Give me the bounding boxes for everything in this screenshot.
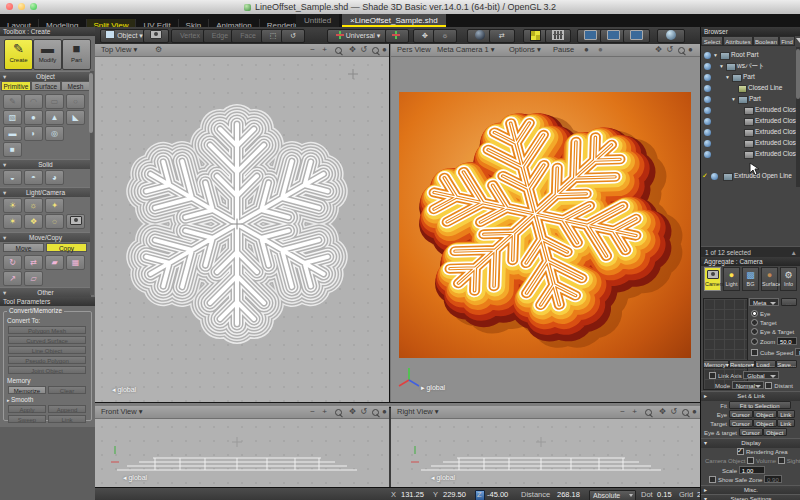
cube-speed-checkbox[interactable] (751, 349, 758, 356)
section-other[interactable]: ▾Other (0, 287, 91, 297)
safe-zone-row[interactable]: Show Safe Zone 0.90 (709, 475, 782, 485)
front-view-label[interactable]: Front View ▾ (101, 406, 143, 418)
right-view-global-label[interactable]: ◂ global (431, 474, 455, 482)
magnifier-icon[interactable] (645, 409, 652, 416)
link-axis-checkbox[interactable] (709, 372, 716, 379)
restore-button[interactable]: Restore▾ (729, 360, 755, 368)
render-preview-button[interactable] (657, 29, 685, 43)
meta-info-button[interactable]: … (781, 298, 797, 306)
magnifier-icon[interactable] (335, 409, 342, 416)
fit-to-selection-button[interactable]: Fit to Selection (729, 401, 791, 409)
rotate-view-icon[interactable]: ↺ (664, 45, 675, 55)
camera-view-icon[interactable]: ● (379, 45, 389, 55)
tab-primitive[interactable]: Primitive (1, 81, 31, 91)
browser-scrollbar[interactable] (796, 47, 800, 187)
magnifier-icon[interactable] (678, 47, 685, 54)
section-object[interactable]: ▾Object (0, 71, 91, 81)
sun-light-icon[interactable]: ☀ (3, 198, 22, 213)
eye-radio-row[interactable]: Eye (751, 310, 770, 319)
sight-checkbox[interactable] (778, 457, 785, 464)
rotate-view-icon[interactable]: ↺ (358, 45, 369, 55)
save-button[interactable]: Save... (776, 360, 797, 368)
toolbox-scrollbar[interactable] (90, 71, 94, 295)
pan-icon[interactable]: ✥ (657, 407, 668, 417)
zoom-in-icon[interactable]: + (319, 407, 330, 417)
camera-select-dropdown[interactable]: Meta Camera 1 ▾ (437, 44, 495, 56)
browser-scrollbar-thumb[interactable] (796, 49, 800, 99)
clear-button[interactable]: Clear (48, 386, 86, 394)
sphere-icon[interactable]: ● (24, 110, 43, 125)
viewport-top[interactable]: Top View ▾ ⚙ − + ✥ ↺ ● ◂ global (95, 44, 389, 402)
camera-view-icon[interactable]: ● (685, 45, 696, 55)
render-flag-sphere-icon[interactable] (704, 129, 711, 136)
camera-create-icon[interactable] (66, 214, 85, 229)
shear-copy-icon[interactable]: ↗ (3, 271, 22, 286)
tree-row-root-part[interactable]: ▼ Root Part (701, 50, 795, 60)
display-mode-3-button[interactable] (623, 29, 650, 43)
section-display[interactable]: ▾Display (701, 438, 800, 448)
convert-joint-object-button[interactable]: Joint Object (8, 366, 86, 374)
pan-icon[interactable]: ✥ (347, 407, 358, 417)
eye-target-radio-row[interactable]: Eye & Target (751, 328, 794, 337)
tree-row-extruded-closed-5[interactable]: Extruded Closed (701, 149, 795, 159)
smooth-sweep-button[interactable]: Sweep (8, 415, 46, 423)
magnifier-icon[interactable] (682, 409, 689, 416)
target-radio-row[interactable]: Target (751, 319, 777, 328)
tree-row-extruded-closed-4[interactable]: Extruded Closed (701, 138, 795, 148)
front-view-global-label[interactable]: ◂ global (123, 474, 147, 482)
filter-funnel-icon[interactable] (796, 38, 800, 43)
surface-tab[interactable]: ●Surface (761, 267, 778, 291)
paste-copy-icon[interactable]: ▱ (24, 271, 43, 286)
zoom-out-icon[interactable]: − (307, 407, 318, 417)
eye-object-button[interactable]: Object (753, 410, 777, 418)
directional-light-icon[interactable]: ✦ (45, 198, 64, 213)
circle-tool-icon[interactable]: ○ (66, 94, 85, 109)
browser-tab-attributes[interactable]: Attributes (723, 36, 753, 46)
link-axis-row[interactable]: Link Axis Global (709, 371, 779, 381)
browser-tab-boolean[interactable]: Boolean (753, 36, 779, 46)
pause-button[interactable]: Pause (553, 44, 574, 56)
rotate-view-icon[interactable]: ↺ (358, 407, 369, 417)
zoom-in-icon[interactable]: + (629, 407, 640, 417)
browser-tab-select[interactable]: Select (701, 36, 723, 46)
zoom-out-icon[interactable]: − (307, 45, 318, 55)
box-icon[interactable]: ▬ (3, 126, 22, 141)
copy-button[interactable]: Copy (46, 243, 87, 252)
light-tab[interactable]: ●Light (723, 267, 740, 291)
smooth-append-button[interactable]: Append (48, 405, 86, 413)
render-dot-icon[interactable]: ● (581, 45, 592, 55)
gear-icon[interactable]: ⚙ (153, 45, 164, 55)
magnifier-icon[interactable] (372, 47, 379, 54)
rendering-area-checkbox[interactable] (737, 448, 744, 455)
arc-tool-icon[interactable]: ◠ (24, 94, 43, 109)
viewport-pers[interactable]: Pers View Meta Camera 1 ▾ Options ▾ Paus… (391, 44, 700, 402)
render-flag-sphere-icon[interactable] (704, 85, 711, 92)
zoom-out-icon[interactable]: − (617, 407, 628, 417)
section-move-copy[interactable]: ▾Move/Copy (0, 232, 91, 242)
camera-tab[interactable]: Camera (704, 267, 721, 291)
browser-tab-find[interactable]: Find (779, 36, 795, 46)
torus-icon[interactable]: ◎ (45, 126, 64, 141)
scale-copy-icon[interactable]: ▰ (45, 255, 64, 270)
eye-link-button[interactable]: Link (777, 410, 795, 418)
universal-manipulator-button[interactable]: Universal ▾ (327, 29, 389, 43)
tree-row-extruded-closed-1[interactable]: Extruded Closed (701, 105, 795, 115)
cube-speed-dropdown[interactable]: Fast (795, 348, 800, 356)
doc-tab-active[interactable]: ×LineOffset_Sample.shd (342, 14, 446, 27)
spot-light-icon[interactable]: ☼ (24, 198, 43, 213)
convert-pseudo-polygon-button[interactable]: Pseudo Polygon (8, 356, 86, 364)
camera-mode-button[interactable] (143, 29, 169, 43)
tab-mesh[interactable]: Mesh (61, 81, 90, 91)
tree-row-closed-line[interactable]: Closed Line (701, 83, 795, 93)
expander-icon[interactable]: ▼ (725, 72, 730, 82)
wedge-icon[interactable]: ◣ (66, 110, 85, 125)
section-light-camera[interactable]: ▾Light/Camera (0, 187, 91, 197)
info-tab[interactable]: ⚙Info (780, 267, 797, 291)
pan-icon[interactable]: ✥ (347, 45, 358, 55)
eye-target-object-button[interactable]: Object (763, 428, 787, 436)
smooth-link-button[interactable]: Link (48, 415, 86, 423)
mode-dropdown[interactable]: Normal (732, 381, 764, 389)
grid-toggle-button[interactable] (545, 29, 571, 43)
render-flag-sphere-icon[interactable] (704, 74, 711, 81)
magnifier-icon[interactable] (372, 409, 379, 416)
